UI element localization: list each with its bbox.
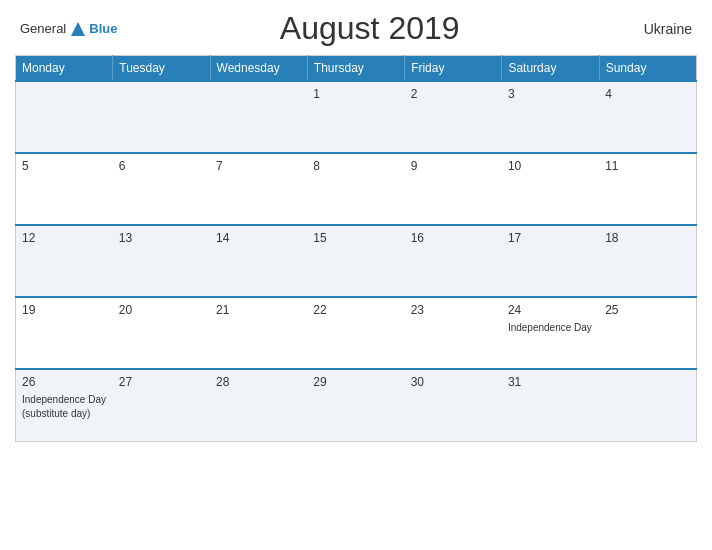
day-number: 31 — [508, 375, 593, 389]
calendar-week-row: 12131415161718 — [16, 225, 697, 297]
logo: General Blue — [20, 20, 117, 38]
col-tuesday: Tuesday — [113, 56, 210, 82]
day-number: 22 — [313, 303, 398, 317]
calendar-day-cell: 24Independence Day — [502, 297, 599, 369]
day-number: 21 — [216, 303, 301, 317]
calendar-day-cell: 17 — [502, 225, 599, 297]
calendar-day-cell — [599, 369, 696, 441]
calendar-body: 123456789101112131415161718192021222324I… — [16, 81, 697, 441]
day-number: 3 — [508, 87, 593, 101]
calendar-day-cell: 23 — [405, 297, 502, 369]
day-number: 15 — [313, 231, 398, 245]
calendar-day-cell: 19 — [16, 297, 113, 369]
calendar-day-cell: 9 — [405, 153, 502, 225]
calendar-day-cell — [16, 81, 113, 153]
calendar-day-cell: 30 — [405, 369, 502, 441]
calendar-day-cell: 14 — [210, 225, 307, 297]
svg-marker-0 — [71, 22, 85, 36]
calendar-day-cell — [210, 81, 307, 153]
calendar-day-cell: 4 — [599, 81, 696, 153]
day-number: 17 — [508, 231, 593, 245]
calendar-day-cell: 16 — [405, 225, 502, 297]
calendar-day-cell: 21 — [210, 297, 307, 369]
calendar-day-cell: 10 — [502, 153, 599, 225]
calendar-day-cell: 7 — [210, 153, 307, 225]
col-wednesday: Wednesday — [210, 56, 307, 82]
calendar-day-cell: 11 — [599, 153, 696, 225]
holiday-label: Independence Day (substitute day) — [22, 394, 106, 419]
day-number: 5 — [22, 159, 107, 173]
day-number: 26 — [22, 375, 107, 389]
calendar-day-cell: 29 — [307, 369, 404, 441]
day-number: 20 — [119, 303, 204, 317]
calendar-day-cell: 8 — [307, 153, 404, 225]
logo-blue-text: Blue — [89, 21, 117, 36]
country-label: Ukraine — [622, 21, 692, 37]
day-number: 1 — [313, 87, 398, 101]
calendar-day-cell: 27 — [113, 369, 210, 441]
col-sunday: Sunday — [599, 56, 696, 82]
calendar-day-cell: 25 — [599, 297, 696, 369]
calendar-day-cell: 1 — [307, 81, 404, 153]
day-number: 16 — [411, 231, 496, 245]
calendar-day-cell: 12 — [16, 225, 113, 297]
holiday-label: Independence Day — [508, 322, 592, 333]
day-number: 29 — [313, 375, 398, 389]
day-number: 10 — [508, 159, 593, 173]
logo-icon — [69, 20, 87, 38]
calendar-day-cell: 18 — [599, 225, 696, 297]
calendar-day-cell: 20 — [113, 297, 210, 369]
day-number: 19 — [22, 303, 107, 317]
day-number: 7 — [216, 159, 301, 173]
calendar-day-cell: 31 — [502, 369, 599, 441]
calendar-day-cell: 13 — [113, 225, 210, 297]
calendar-table: Monday Tuesday Wednesday Thursday Friday… — [15, 55, 697, 442]
calendar-week-row: 1234 — [16, 81, 697, 153]
day-number: 14 — [216, 231, 301, 245]
day-number: 8 — [313, 159, 398, 173]
day-number: 11 — [605, 159, 690, 173]
calendar-day-cell: 6 — [113, 153, 210, 225]
day-number: 24 — [508, 303, 593, 317]
calendar-week-row: 192021222324Independence Day25 — [16, 297, 697, 369]
day-number: 25 — [605, 303, 690, 317]
month-title: August 2019 — [117, 10, 622, 47]
day-number: 13 — [119, 231, 204, 245]
col-saturday: Saturday — [502, 56, 599, 82]
day-number: 4 — [605, 87, 690, 101]
calendar-day-cell: 22 — [307, 297, 404, 369]
day-number: 6 — [119, 159, 204, 173]
calendar-day-cell: 26Independence Day (substitute day) — [16, 369, 113, 441]
calendar-day-cell: 15 — [307, 225, 404, 297]
calendar-day-cell: 2 — [405, 81, 502, 153]
day-number: 27 — [119, 375, 204, 389]
calendar-week-row: 567891011 — [16, 153, 697, 225]
calendar-week-row: 26Independence Day (substitute day)27282… — [16, 369, 697, 441]
calendar-day-cell — [113, 81, 210, 153]
calendar-day-cell: 3 — [502, 81, 599, 153]
day-number: 23 — [411, 303, 496, 317]
calendar-header: General Blue August 2019 Ukraine — [15, 10, 697, 47]
day-number: 2 — [411, 87, 496, 101]
calendar-day-cell: 28 — [210, 369, 307, 441]
day-number: 30 — [411, 375, 496, 389]
calendar-header-row: Monday Tuesday Wednesday Thursday Friday… — [16, 56, 697, 82]
day-number: 18 — [605, 231, 690, 245]
col-thursday: Thursday — [307, 56, 404, 82]
col-monday: Monday — [16, 56, 113, 82]
day-number: 9 — [411, 159, 496, 173]
day-number: 28 — [216, 375, 301, 389]
calendar-day-cell: 5 — [16, 153, 113, 225]
logo-general-text: General — [20, 21, 66, 36]
day-number: 12 — [22, 231, 107, 245]
col-friday: Friday — [405, 56, 502, 82]
calendar-container: General Blue August 2019 Ukraine Monday … — [0, 0, 712, 550]
